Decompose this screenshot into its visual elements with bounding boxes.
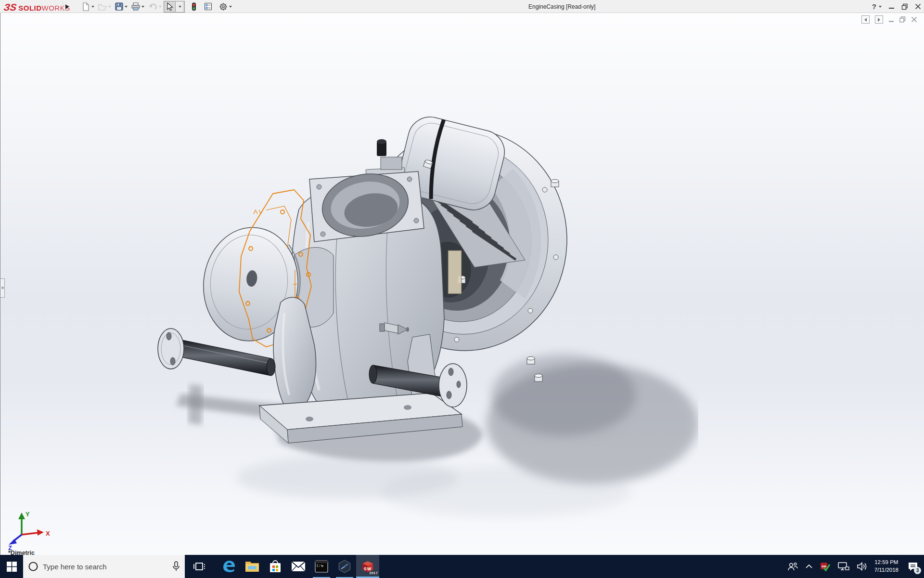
options-button[interactable] <box>217 1 234 13</box>
taskbar-clock[interactable]: 12:59 PM 7/11/2018 <box>874 559 898 574</box>
featuremanager-collapsed-tab[interactable] <box>0 278 5 298</box>
command-prompt-button[interactable]: C:\ <box>310 555 333 578</box>
graphics-area[interactable]: Y X Z *Dimetric <box>0 13 924 555</box>
edge-icon <box>222 559 236 574</box>
task-view-button[interactable] <box>188 555 211 578</box>
app-minimize-button[interactable] <box>888 3 895 10</box>
doc-close-icon <box>911 16 917 23</box>
volume-icon <box>857 562 868 571</box>
people-button[interactable] <box>786 561 799 572</box>
clock-time: 12:59 PM <box>874 559 898 566</box>
app-close-button[interactable] <box>915 3 921 10</box>
solidworks-monitor-icon: sw <box>820 562 831 572</box>
restore-icon <box>901 3 908 10</box>
select-cursor-icon <box>166 2 173 11</box>
show-left-pane-button[interactable] <box>861 15 870 24</box>
undo-icon <box>148 2 157 11</box>
new-dropdown-caret[interactable] <box>91 6 94 8</box>
doc-restore-icon <box>899 16 906 23</box>
help-button[interactable]: ? <box>872 2 882 11</box>
hexagon-app-button[interactable] <box>333 555 356 578</box>
options-dropdown-caret[interactable] <box>229 6 232 8</box>
print-button[interactable] <box>129 1 146 13</box>
start-button[interactable] <box>0 555 23 578</box>
pane-right-arrow-icon <box>878 18 880 22</box>
solidworks-monitor-button[interactable]: sw <box>819 561 832 573</box>
pane-left-arrow-icon <box>864 18 867 22</box>
action-center-badge: 3 <box>914 567 921 574</box>
doc-restore-button[interactable] <box>899 16 906 23</box>
network-icon <box>838 562 849 571</box>
gear-icon <box>219 2 228 11</box>
select-dropdown-cell[interactable] <box>175 1 183 12</box>
y-axis-label: Y <box>26 511 30 518</box>
file-properties-icon <box>204 2 212 11</box>
menu-flyout-button[interactable] <box>63 1 71 12</box>
action-center-button[interactable]: 3 <box>907 561 919 573</box>
windows-logo-icon <box>7 562 17 572</box>
doc-minimize-button[interactable] <box>888 17 894 23</box>
mail-button[interactable] <box>287 555 310 578</box>
rebuild-traffic-light-icon <box>191 2 197 11</box>
microsoft-store-icon <box>269 560 282 573</box>
view-orientation-label: *Dimetric <box>8 550 35 555</box>
panel-tab-dot-icon <box>1 287 4 289</box>
hidden-icons-button[interactable] <box>804 563 814 570</box>
new-document-icon <box>82 2 90 11</box>
edge-button[interactable] <box>218 555 241 578</box>
doc-close-button[interactable] <box>911 16 917 23</box>
hexagon-app-icon <box>337 559 352 574</box>
save-button[interactable] <box>113 1 129 13</box>
file-explorer-button[interactable] <box>241 555 264 578</box>
ds-logo-symbol: ЗS <box>3 2 17 13</box>
file-properties-button[interactable] <box>202 1 214 13</box>
window-controls: ? <box>872 0 921 13</box>
engine-casing-model[interactable] <box>140 111 698 544</box>
select-tool-button[interactable] <box>164 1 185 13</box>
save-dropdown-caret[interactable] <box>125 6 128 8</box>
print-dropdown-caret[interactable] <box>141 6 144 8</box>
search-input[interactable] <box>43 563 168 571</box>
close-icon <box>915 3 921 10</box>
volume-button[interactable] <box>856 561 869 572</box>
new-document-button[interactable] <box>80 1 96 13</box>
minimize-icon <box>888 3 895 10</box>
y-axis-arrow <box>18 512 25 519</box>
network-button[interactable] <box>837 561 850 572</box>
solidworks-logo: ЗS SOLIDWORKS <box>4 0 70 13</box>
brand-solid: SOLID <box>18 4 41 12</box>
app-restore-button[interactable] <box>901 3 908 10</box>
print-icon <box>131 2 140 11</box>
window-title: EngineCasing [Read-only] <box>528 0 595 13</box>
cortana-icon <box>28 561 38 572</box>
rebuild-button[interactable] <box>189 1 199 13</box>
main-toolbar <box>80 0 234 13</box>
file-explorer-icon <box>245 560 259 573</box>
microsoft-store-button[interactable] <box>264 555 287 578</box>
titlebar: ЗS SOLIDWORKS <box>0 0 924 13</box>
document-window-controls <box>861 15 917 24</box>
open-dropdown-caret <box>108 6 111 8</box>
open-button[interactable] <box>96 1 113 13</box>
open-icon <box>98 2 107 11</box>
help-label: ? <box>872 2 876 11</box>
undo-button[interactable] <box>146 1 164 13</box>
orientation-triad: Y X Z <box>7 511 53 550</box>
svg-text:sw: sw <box>821 565 826 568</box>
people-icon <box>787 562 798 571</box>
microphone-icon[interactable] <box>172 561 180 572</box>
save-icon <box>115 2 123 11</box>
x-axis-label: X <box>46 530 50 537</box>
solidworks-year-label: 2017 <box>369 571 378 575</box>
show-right-pane-button[interactable] <box>875 15 883 24</box>
solidworks-window: ЗS SOLIDWORKS <box>0 0 924 578</box>
taskbar: C:\ SW 2017 <box>0 555 924 578</box>
system-tray: sw 12:59 PM <box>786 555 924 578</box>
flyout-arrow-icon <box>65 4 69 9</box>
taskbar-search[interactable] <box>23 555 185 578</box>
mail-icon <box>291 561 306 572</box>
command-prompt-icon: C:\ <box>315 560 328 573</box>
doc-minimize-icon <box>888 17 894 23</box>
task-view-icon <box>193 561 205 572</box>
solidworks-2017-button[interactable]: SW 2017 <box>356 555 379 578</box>
